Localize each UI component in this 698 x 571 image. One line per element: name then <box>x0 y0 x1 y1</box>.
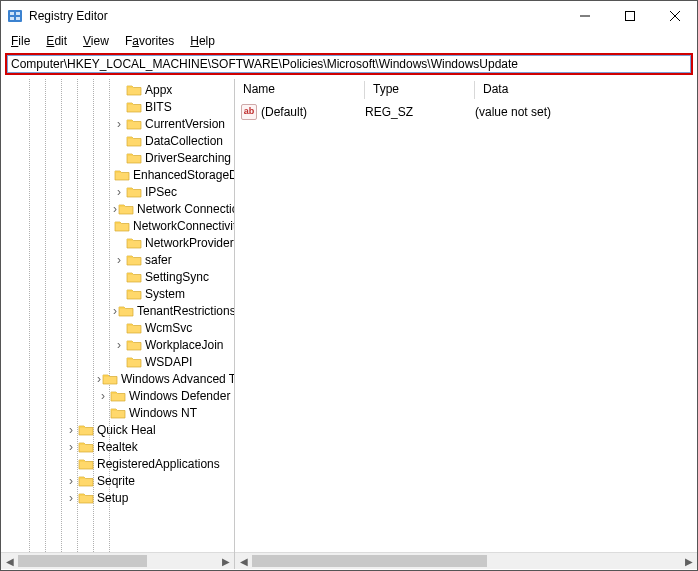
tree-item[interactable]: Setup <box>1 489 234 506</box>
tree-item[interactable]: IPSec <box>1 183 234 200</box>
tree-expand-icon[interactable] <box>113 253 125 267</box>
tree-item[interactable]: EnhancedStorageDevices <box>1 166 234 183</box>
values-body: (Default)REG_SZ(value not set) <box>235 101 697 122</box>
folder-icon <box>126 270 142 284</box>
tree-item[interactable]: NetworkProvider <box>1 234 234 251</box>
window-title: Registry Editor <box>29 9 562 23</box>
tree-expand-icon[interactable] <box>97 389 109 403</box>
values-header: Name Type Data <box>235 79 697 101</box>
values-hscrollbar[interactable]: ◀ ▶ <box>235 552 697 569</box>
scroll-left-icon[interactable]: ◀ <box>1 553 18 569</box>
tree-item-label: TenantRestrictions <box>137 304 234 318</box>
tree-item[interactable]: Quick Heal <box>1 421 234 438</box>
address-bar-container <box>1 51 697 79</box>
tree-item[interactable]: Network Connections <box>1 200 234 217</box>
menu-help[interactable]: Help <box>184 33 221 49</box>
values-pane[interactable]: Name Type Data (Default)REG_SZ(value not… <box>235 79 697 569</box>
tree-expand-icon[interactable] <box>97 372 101 386</box>
tree-item[interactable]: CurrentVersion <box>1 115 234 132</box>
scroll-right-icon[interactable]: ▶ <box>680 553 697 569</box>
tree-item[interactable]: TenantRestrictions <box>1 302 234 319</box>
tree-item-label: NetworkConnectivityStatusIndicator <box>133 219 234 233</box>
folder-icon <box>114 219 130 233</box>
tree-item-label: RegisteredApplications <box>97 457 220 471</box>
tree-item-label: Quick Heal <box>97 423 156 437</box>
tree-item[interactable]: System <box>1 285 234 302</box>
maximize-button[interactable] <box>607 1 652 31</box>
svg-rect-0 <box>8 10 22 22</box>
svg-rect-2 <box>16 12 20 15</box>
value-row[interactable]: (Default)REG_SZ(value not set) <box>235 103 697 120</box>
tree: AppxBITSCurrentVersionDataCollectionDriv… <box>1 79 234 508</box>
tree-item-label: EnhancedStorageDevices <box>133 168 234 182</box>
tree-item-label: DriverSearching <box>145 151 231 165</box>
folder-icon <box>102 372 118 386</box>
folder-icon <box>78 457 94 471</box>
menu-file[interactable]: File <box>5 33 36 49</box>
tree-expand-icon[interactable] <box>113 338 125 352</box>
menu-view[interactable]: View <box>77 33 115 49</box>
window-controls <box>562 1 697 31</box>
tree-hscrollbar[interactable]: ◀ ▶ <box>1 552 234 569</box>
string-value-icon <box>241 104 257 120</box>
tree-item-label: Seqrite <box>97 474 135 488</box>
folder-icon <box>126 236 142 250</box>
tree-expand-icon[interactable] <box>65 491 77 505</box>
tree-item[interactable]: Realtek <box>1 438 234 455</box>
menu-edit[interactable]: Edit <box>40 33 73 49</box>
menu-favorites[interactable]: Favorites <box>119 33 180 49</box>
titlebar: Registry Editor <box>1 1 697 31</box>
tree-expand-icon[interactable] <box>113 202 117 216</box>
tree-item[interactable]: WSDAPI <box>1 353 234 370</box>
tree-item[interactable]: Windows Advanced Threat Protection <box>1 370 234 387</box>
address-input[interactable] <box>7 55 691 73</box>
value-data: (value not set) <box>475 105 675 119</box>
col-data[interactable]: Data <box>475 79 675 101</box>
scroll-right-icon[interactable]: ▶ <box>217 553 234 569</box>
tree-item[interactable]: Windows NT <box>1 404 234 421</box>
folder-icon <box>126 338 142 352</box>
tree-expand-icon[interactable] <box>65 440 77 454</box>
tree-expand-icon[interactable] <box>113 117 125 131</box>
folder-icon <box>126 355 142 369</box>
tree-item[interactable]: BITS <box>1 98 234 115</box>
tree-expand-icon[interactable] <box>113 185 125 199</box>
folder-icon <box>126 117 142 131</box>
tree-item[interactable]: NetworkConnectivityStatusIndicator <box>1 217 234 234</box>
tree-item[interactable]: WcmSvc <box>1 319 234 336</box>
folder-icon <box>78 491 94 505</box>
regedit-app-icon <box>7 8 23 24</box>
folder-icon <box>114 168 130 182</box>
tree-item-label: Windows Advanced Threat Protection <box>121 372 234 386</box>
tree-expand-icon[interactable] <box>65 474 77 488</box>
tree-item[interactable]: safer <box>1 251 234 268</box>
tree-item-label: CurrentVersion <box>145 117 225 131</box>
tree-item[interactable]: RegisteredApplications <box>1 455 234 472</box>
tree-pane[interactable]: AppxBITSCurrentVersionDataCollectionDriv… <box>1 79 235 569</box>
tree-item[interactable]: SettingSync <box>1 268 234 285</box>
address-highlight-box <box>5 53 693 75</box>
minimize-button[interactable] <box>562 1 607 31</box>
folder-icon <box>126 151 142 165</box>
tree-item[interactable]: Windows Defender <box>1 387 234 404</box>
tree-item[interactable]: DriverSearching <box>1 149 234 166</box>
close-button[interactable] <box>652 1 697 31</box>
scroll-left-icon[interactable]: ◀ <box>235 553 252 569</box>
folder-icon <box>126 100 142 114</box>
tree-item[interactable]: DataCollection <box>1 132 234 149</box>
svg-rect-1 <box>10 12 14 15</box>
tree-item-label: BITS <box>145 100 172 114</box>
tree-expand-icon[interactable] <box>113 304 117 318</box>
tree-item-label: Appx <box>145 83 172 97</box>
folder-icon <box>118 304 134 318</box>
tree-item[interactable]: WorkplaceJoin <box>1 336 234 353</box>
main-split: AppxBITSCurrentVersionDataCollectionDriv… <box>1 79 697 569</box>
tree-item[interactable]: Appx <box>1 81 234 98</box>
tree-item-label: SettingSync <box>145 270 209 284</box>
tree-item-label: Windows NT <box>129 406 197 420</box>
col-type[interactable]: Type <box>365 79 475 101</box>
col-name[interactable]: Name <box>235 79 365 101</box>
tree-expand-icon[interactable] <box>65 423 77 437</box>
tree-item-label: NetworkProvider <box>145 236 234 250</box>
tree-item[interactable]: Seqrite <box>1 472 234 489</box>
